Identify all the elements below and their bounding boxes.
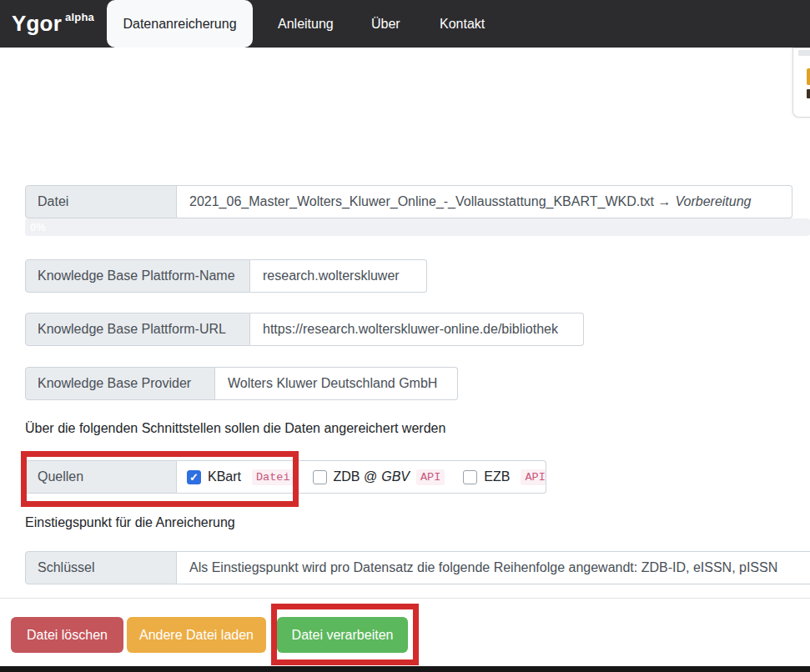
footer-bar (0, 666, 810, 672)
kbart-checkbox[interactable] (187, 470, 201, 484)
app-window: Ygor alpha Datenanreicherung Anleitung Ü… (0, 0, 810, 672)
file-row: Datei 2021_06_Master_Wolters_Kluwer_Onli… (25, 185, 792, 218)
file-value-field[interactable]: 2021_06_Master_Wolters_Kluwer_Online_-_V… (177, 185, 792, 218)
process-file-button[interactable]: Datei verarbeiten (277, 617, 408, 653)
file-name: 2021_06_Master_Wolters_Kluwer_Online_-_V… (189, 194, 671, 209)
zdb-label: ZDB @GBV (334, 469, 410, 484)
warning-icon (807, 68, 810, 85)
info-icon (807, 89, 810, 98)
sources-row: Quellen KBart Datei ZDB @GBV API EZB API (25, 460, 546, 494)
kb-name-input[interactable]: research.wolterskluwer (250, 259, 427, 293)
notification-panel-header (798, 50, 810, 56)
upload-progress-value: 0% (30, 221, 46, 233)
entry-point-heading: Einstiegspunkt für die Anreicherung (25, 515, 235, 530)
kb-url-label: Knowledge Base Plattform-URL (25, 313, 250, 346)
source-option-ezb: EZB API (463, 469, 546, 485)
key-value-field[interactable]: Als Einstiegspunkt wird pro Datensatz di… (177, 551, 810, 584)
load-other-file-button[interactable]: Andere Datei laden (127, 617, 266, 653)
zdb-checkbox[interactable] (313, 470, 327, 484)
ezb-source-badge: API (521, 469, 546, 485)
brand-logo: Ygor alpha (12, 0, 94, 48)
ezb-checkbox[interactable] (463, 470, 477, 484)
delete-file-button[interactable]: Datei löschen (11, 617, 123, 653)
kb-url-row: Knowledge Base Plattform-URL https://res… (25, 313, 584, 346)
file-label: Datei (25, 185, 177, 218)
upload-progress-bar: 0% (25, 218, 810, 236)
kb-provider-row: Knowledge Base Provider Wolters Kluwer D… (25, 367, 458, 400)
nav-link-ueber[interactable]: Über (371, 0, 400, 48)
source-option-kbart: KBart Datei (187, 469, 294, 485)
zdb-source-badge: API (416, 469, 445, 485)
kb-name-label: Knowledge Base Plattform-Name (25, 259, 250, 293)
kb-name-row: Knowledge Base Plattform-Name research.w… (25, 259, 427, 293)
kb-provider-label: Knowledge Base Provider (25, 367, 215, 400)
kbart-label: KBart (208, 469, 245, 484)
key-row: Schlüssel Als Einstiegspunkt wird pro Da… (25, 551, 810, 584)
ezb-label: EZB (484, 469, 514, 484)
divider (0, 598, 810, 599)
sources-label: Quellen (25, 460, 177, 494)
sources-heading: Über die folgenden Schnittstellen sollen… (25, 421, 445, 436)
brand-name: Ygor (12, 11, 62, 37)
nav-link-kontakt[interactable]: Kontakt (440, 0, 485, 48)
top-nav: Ygor alpha Datenanreicherung Anleitung Ü… (0, 0, 810, 48)
tab-datenanreicherung[interactable]: Datenanreicherung (107, 0, 253, 48)
key-label: Schlüssel (25, 551, 177, 584)
brand-alpha-tag: alpha (65, 11, 94, 23)
source-option-zdb: ZDB @GBV API (313, 469, 445, 485)
kb-provider-input[interactable]: Wolters Kluwer Deutschland GmbH (215, 367, 458, 400)
file-status: Vorbereitung (675, 194, 751, 209)
sources-field: KBart Datei ZDB @GBV API EZB API (177, 460, 546, 494)
notification-panel (792, 48, 810, 118)
nav-link-anleitung[interactable]: Anleitung (278, 0, 334, 48)
kb-url-input[interactable]: https://research.wolterskluwer-online.de… (250, 313, 584, 346)
kbart-source-badge: Datei (252, 469, 294, 485)
